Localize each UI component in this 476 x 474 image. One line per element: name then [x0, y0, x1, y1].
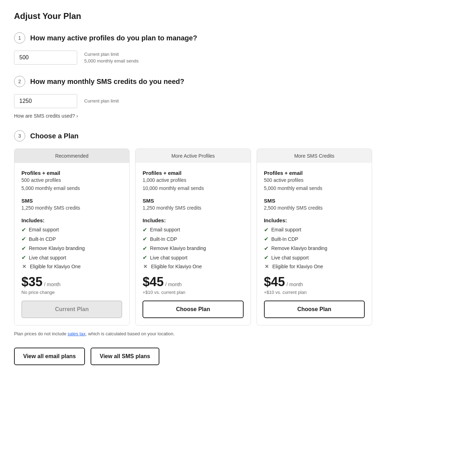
price-period-1: / month	[165, 282, 182, 287]
email-label-1: Profiles + email	[143, 170, 243, 176]
price-section-0: $35 / month No price change	[21, 276, 122, 295]
plan-card-1: More Active Profiles Profiles + email 1,…	[135, 149, 251, 325]
email-detail2-1: 10,000 monthly email sends	[143, 185, 243, 192]
email-label-0: Profiles + email	[21, 170, 122, 176]
x-icon: ✕	[264, 263, 270, 270]
step3-section: 3 Choose a Plan Recommended Profiles + e…	[14, 130, 372, 336]
price-period-0: / month	[44, 282, 61, 287]
feature-item: ✕ Eligible for Klaviyo One	[264, 263, 365, 270]
profiles-input[interactable]	[14, 51, 77, 65]
feature-list-1: ✔ Email support ✔ Built-In CDP ✔ Remove …	[143, 226, 243, 270]
step2-circle: 2	[14, 76, 25, 87]
feature-list-0: ✔ Email support ✔ Built-In CDP ✔ Remove …	[21, 226, 122, 270]
page-title: Adjust Your Plan	[14, 11, 372, 21]
sales-tax-link[interactable]: sales tax	[67, 331, 85, 336]
view-sms-plans-button[interactable]: View all SMS plans	[91, 348, 159, 365]
plan-header-2: More SMS Credits	[257, 149, 372, 163]
bottom-buttons: View all email plans View all SMS plans	[14, 348, 372, 365]
check-icon: ✔	[264, 245, 269, 252]
plans-grid: Recommended Profiles + email 500 active …	[14, 149, 372, 325]
feature-item: ✕ Eligible for Klaviyo One	[21, 263, 122, 270]
sms-credits-input[interactable]	[14, 94, 77, 108]
feature-item: ✔ Email support	[21, 226, 122, 234]
plan-button-2[interactable]: Choose Plan	[264, 301, 365, 318]
includes-label-0: Includes:	[21, 217, 122, 223]
check-icon: ✔	[21, 226, 26, 234]
step1-hint: Current plan limit 5,000 monthly email s…	[84, 51, 139, 65]
price-section-2: $45 / month +$10 vs. current plan	[264, 276, 365, 295]
feature-item: ✔ Email support	[143, 226, 243, 234]
plan-card-0: Recommended Profiles + email 500 active …	[14, 149, 130, 325]
step3-title: Choose a Plan	[30, 132, 79, 140]
email-detail2-0: 5,000 monthly email sends	[21, 185, 122, 192]
price-amount-0: $35	[21, 275, 42, 289]
feature-item: ✔ Email support	[264, 226, 365, 234]
step2-header: 2 How many monthly SMS credits do you ne…	[14, 76, 372, 87]
feature-item: ✔ Remove Klaviyo branding	[143, 245, 243, 252]
x-icon: ✕	[143, 263, 148, 270]
feature-item: ✔ Built-In CDP	[21, 235, 122, 243]
feature-item: ✔ Remove Klaviyo branding	[21, 245, 122, 252]
check-icon: ✔	[21, 235, 26, 243]
sms-detail-2: 2,500 monthly SMS credits	[264, 204, 365, 212]
feature-item: ✕ Eligible for Klaviyo One	[143, 263, 243, 270]
email-block-2: Profiles + email 500 active profiles 5,0…	[264, 170, 365, 192]
plan-button-1[interactable]: Choose Plan	[143, 301, 243, 318]
feature-item: ✔ Remove Klaviyo branding	[264, 245, 365, 252]
tax-note: Plan prices do not include sales tax, wh…	[14, 331, 372, 336]
x-icon: ✕	[21, 263, 27, 270]
step2-hint: Current plan limit	[84, 98, 119, 105]
sms-block-2: SMS 2,500 monthly SMS credits	[264, 198, 365, 212]
price-note-1: +$10 vs. current plan	[143, 290, 243, 295]
check-icon: ✔	[264, 254, 269, 262]
check-icon: ✔	[143, 254, 147, 262]
sms-credits-link[interactable]: How are SMS credits used? ›	[14, 113, 78, 119]
step1-input-row: Current plan limit 5,000 monthly email s…	[14, 51, 372, 65]
step1-header: 1 How many active profiles do you plan t…	[14, 32, 372, 44]
step2-input-row: Current plan limit	[14, 94, 372, 108]
step1-section: 1 How many active profiles do you plan t…	[14, 32, 372, 65]
sms-block-1: SMS 1,250 monthly SMS credits	[143, 198, 243, 212]
feature-list-2: ✔ Email support ✔ Built-In CDP ✔ Remove …	[264, 226, 365, 270]
includes-block-1: Includes: ✔ Email support ✔ Built-In CDP…	[143, 217, 243, 270]
plan-body-1: Profiles + email 1,000 active profiles 1…	[135, 163, 250, 325]
feature-item: ✔ Live chat support	[264, 254, 365, 262]
plan-card-2: More SMS Credits Profiles + email 500 ac…	[257, 149, 372, 325]
price-period-2: / month	[286, 282, 303, 287]
feature-item: ✔ Built-In CDP	[264, 235, 365, 243]
plan-button-0: Current Plan	[21, 301, 122, 318]
sms-block-0: SMS 1,250 monthly SMS credits	[21, 198, 122, 212]
check-icon: ✔	[21, 254, 26, 262]
includes-block-2: Includes: ✔ Email support ✔ Built-In CDP…	[264, 217, 365, 270]
step1-circle: 1	[14, 32, 25, 44]
check-icon: ✔	[143, 226, 147, 234]
check-icon: ✔	[143, 235, 147, 243]
price-amount-1: $45	[143, 275, 164, 289]
includes-label-2: Includes:	[264, 217, 365, 223]
view-email-plans-button[interactable]: View all email plans	[14, 348, 85, 365]
step1-title: How many active profiles do you plan to …	[30, 34, 197, 42]
feature-item: ✔ Live chat support	[21, 254, 122, 262]
check-icon: ✔	[264, 235, 269, 243]
feature-item: ✔ Live chat support	[143, 254, 243, 262]
step3-header: 3 Choose a Plan	[14, 130, 372, 141]
price-section-1: $45 / month +$10 vs. current plan	[143, 276, 243, 295]
price-note-0: No price change	[21, 290, 122, 295]
feature-item: ✔ Built-In CDP	[143, 235, 243, 243]
sms-detail-0: 1,250 monthly SMS credits	[21, 204, 122, 212]
sms-label-0: SMS	[21, 198, 122, 204]
includes-block-0: Includes: ✔ Email support ✔ Built-In CDP…	[21, 217, 122, 270]
email-detail1-0: 500 active profiles	[21, 177, 122, 184]
price-amount-2: $45	[264, 275, 285, 289]
email-block-0: Profiles + email 500 active profiles 5,0…	[21, 170, 122, 192]
email-detail1-2: 500 active profiles	[264, 177, 365, 184]
price-note-2: +$10 vs. current plan	[264, 290, 365, 295]
plan-header-1: More Active Profiles	[135, 149, 250, 163]
plan-body-2: Profiles + email 500 active profiles 5,0…	[257, 163, 372, 325]
step2-title: How many monthly SMS credits do you need…	[30, 78, 184, 86]
sms-label-1: SMS	[143, 198, 243, 204]
plan-body-0: Profiles + email 500 active profiles 5,0…	[14, 163, 129, 325]
email-label-2: Profiles + email	[264, 170, 365, 176]
sms-label-2: SMS	[264, 198, 365, 204]
step2-section: 2 How many monthly SMS credits do you ne…	[14, 76, 372, 119]
